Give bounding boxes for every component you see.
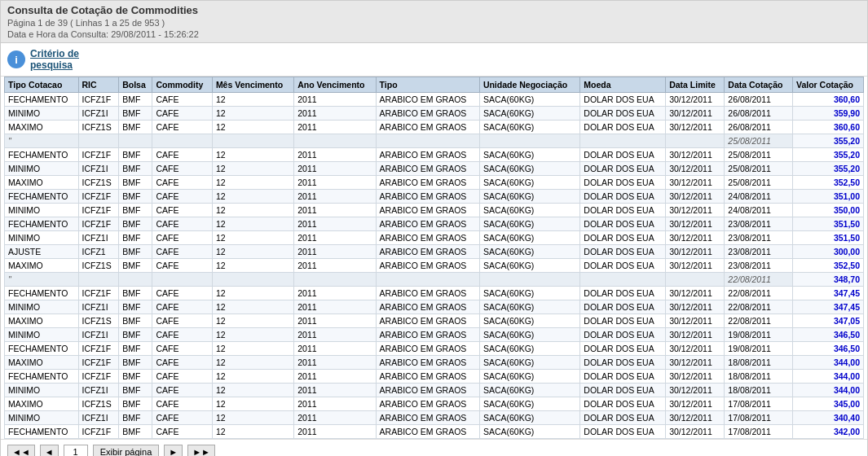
exibir-pagina-button[interactable]: Exibir página — [93, 445, 160, 456]
table-row: MAXIMOICFZ1FBMFCAFE122011ARABICO EM GRAO… — [5, 356, 864, 370]
table-row: MINIMOICFZ1IBMFCAFE122011ARABICO EM GRAO… — [5, 107, 864, 121]
first-page-button[interactable]: ◄◄ — [7, 445, 35, 456]
col-tipo: Tipo — [376, 77, 479, 93]
criteria-section: i Critério de pesquisa — [1, 43, 867, 77]
table-row: MINIMOICFZ1IBMFCAFE122011ARABICO EM GRAO… — [5, 231, 864, 245]
criteria-label[interactable]: Critério de pesquisa — [30, 48, 79, 71]
data-table: Tipo Cotacao RIC Bolsa Commodity Mês Ven… — [4, 77, 864, 439]
col-ric: RIC — [78, 77, 119, 93]
page-title: Consulta de Cotação de Commodities — [7, 4, 861, 16]
col-moeda: Moeda — [580, 77, 666, 93]
table-row: MINIMOICFZ1IBMFCAFE122011ARABICO EM GRAO… — [5, 162, 864, 176]
next-page-button[interactable]: ► — [164, 445, 183, 456]
table-row: FECHAMENTOICFZ1FBMFCAFE122011ARABICO EM … — [5, 342, 864, 356]
table-row: MAXIMOICFZ1SBMFCAFE122011ARABICO EM GRAO… — [5, 397, 864, 411]
col-unidade: Unidade Negociação — [479, 77, 579, 93]
col-data-limite: Data Limite — [666, 77, 725, 93]
col-data-cotacao: Data Cotação — [725, 77, 793, 93]
table-header-row: Tipo Cotacao RIC Bolsa Commodity Mês Ven… — [5, 77, 864, 93]
table-row: MINIMOICFZ1IBMFCAFE122011ARABICO EM GRAO… — [5, 411, 864, 425]
table-row: FECHAMENTOICFZ1FBMFCAFE122011ARABICO EM … — [5, 93, 864, 107]
page-info: Página 1 de 39 ( Linhas 1 a 25 de 953 ) — [7, 18, 861, 28]
col-ano-vencimento: Ano Vencimento — [294, 77, 376, 93]
col-bolsa: Bolsa — [119, 77, 152, 93]
table-row: FECHAMENTOICFZ1FBMFCAFE122011ARABICO EM … — [5, 148, 864, 162]
table-row: MINIMOICFZ1IBMFCAFE122011ARABICO EM GRAO… — [5, 328, 864, 342]
table-row: FECHAMENTOICFZ1FBMFCAFE122011ARABICO EM … — [5, 370, 864, 384]
table-row: MAXIMOICFZ1SBMFCAFE122011ARABICO EM GRAO… — [5, 314, 864, 328]
table-row: "22/08/2011348,70 — [5, 273, 864, 287]
table-container: Tipo Cotacao RIC Bolsa Commodity Mês Ven… — [1, 77, 867, 439]
col-commodity: Commodity — [152, 77, 212, 93]
info-icon: i — [7, 50, 25, 68]
page-container: Consulta de Cotação de Commodities Págin… — [0, 0, 868, 456]
table-row: MAXIMOICFZ1SBMFCAFE122011ARABICO EM GRAO… — [5, 121, 864, 134]
table-row: MAXIMOICFZ1SBMFCAFE122011ARABICO EM GRAO… — [5, 176, 864, 190]
last-page-button[interactable]: ►► — [187, 445, 215, 456]
table-row: "25/08/2011355,20 — [5, 134, 864, 148]
col-mes-vencimento: Mês Vencimento — [212, 77, 293, 93]
prev-page-button[interactable]: ◄ — [40, 445, 59, 456]
date-info: Data e Hora da Consulta: 29/08/2011 - 15… — [7, 29, 861, 39]
table-row: MAXIMOICFZ1SBMFCAFE122011ARABICO EM GRAO… — [5, 259, 864, 273]
table-row: MINIMOICFZ1IBMFCAFE122011ARABICO EM GRAO… — [5, 384, 864, 397]
page-number-input[interactable] — [64, 445, 88, 456]
col-valor-cotacao: Valor Cotação — [793, 77, 864, 93]
table-row: FECHAMENTOICFZ1FBMFCAFE122011ARABICO EM … — [5, 425, 864, 439]
table-row: MINIMOICFZ1FBMFCAFE122011ARABICO EM GRAO… — [5, 204, 864, 217]
table-row: AJUSTEICFZ1BMFCAFE122011ARABICO EM GRAOS… — [5, 245, 864, 259]
table-row: FECHAMENTOICFZ1FBMFCAFE122011ARABICO EM … — [5, 190, 864, 204]
col-tipo-cotacao: Tipo Cotacao — [5, 77, 79, 93]
page-header: Consulta de Cotação de Commodities Págin… — [1, 1, 867, 43]
table-row: FECHAMENTOICFZ1FBMFCAFE122011ARABICO EM … — [5, 217, 864, 231]
table-row: MINIMOICFZ1IBMFCAFE122011ARABICO EM GRAO… — [5, 300, 864, 314]
pagination-bar: ◄◄ ◄ Exibir página ► ►► — [1, 439, 867, 456]
table-row: FECHAMENTOICFZ1FBMFCAFE122011ARABICO EM … — [5, 287, 864, 300]
table-body: FECHAMENTOICFZ1FBMFCAFE122011ARABICO EM … — [5, 93, 864, 439]
